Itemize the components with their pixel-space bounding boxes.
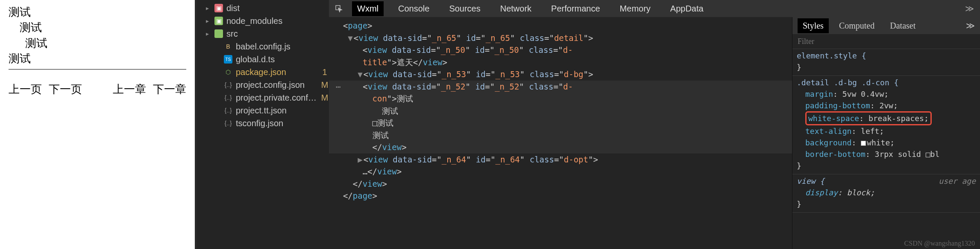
wxml-tree[interactable]: <page> ▼<view data-sid="_n_65" id="_n_65… <box>329 17 792 249</box>
devtools-tab-memory[interactable]: Memory <box>615 1 656 16</box>
file-tree-item[interactable]: TSglobal.d.ts <box>197 53 329 66</box>
file-tree-item[interactable]: {..}project.config.jsonM <box>197 78 329 91</box>
watermark: CSDN @wangshang1320 <box>904 240 975 247</box>
style-rule-main[interactable]: .detail .d-bg .d-con {margin: 5vw 0.4vw;… <box>792 76 980 174</box>
devtools-tab-performance[interactable]: Performance <box>546 1 605 16</box>
devtools-tab-console[interactable]: Console <box>393 1 434 16</box>
file-tree-item[interactable]: ▸src <box>197 27 329 40</box>
file-tree-item[interactable]: {..}tsconfig.json <box>197 117 329 130</box>
styles-tab-dataset[interactable]: Dataset <box>885 18 921 33</box>
file-label: babel.config.js <box>236 42 317 52</box>
file-label: global.d.ts <box>236 55 317 64</box>
file-label: dist <box>226 3 317 13</box>
node-icon: ▣ <box>214 17 223 25</box>
file-label: project.tt.json <box>236 106 317 116</box>
preview-nav: 上一页 下一页 上一章 下一章 <box>9 81 186 97</box>
more-tabs-icon[interactable]: ≫ <box>966 20 975 31</box>
preview-line: 测试 <box>9 51 186 66</box>
json-icon: {..} <box>224 119 232 127</box>
file-explorer[interactable]: ▸▣dist▸▣node_modules▸srcBbabel.config.js… <box>197 0 329 249</box>
rule-brace: } <box>797 61 976 73</box>
styles-sidebar: StylesComputedDataset≫ element.style { }… <box>792 17 980 249</box>
file-label: project.private.config... <box>236 93 317 103</box>
file-status: M <box>320 80 329 90</box>
preview-line: 测试 <box>9 20 186 35</box>
file-status: 1 <box>320 67 329 77</box>
babel-icon: B <box>224 42 232 51</box>
preview-text: 测试 测试 测试 测试 上一页 下一页 上一章 下一章 <box>9 4 186 245</box>
element-picker-icon[interactable] <box>335 5 343 12</box>
file-label: package.json <box>236 67 317 77</box>
styles-tab-computed[interactable]: Computed <box>834 18 880 33</box>
file-tree-item[interactable]: {..}project.private.config...M <box>197 91 329 104</box>
file-tree-item[interactable]: ⬡package.json1 <box>197 66 329 78</box>
file-tree-item[interactable]: {..}project.tt.json <box>197 104 329 117</box>
ts-icon: TS <box>224 55 232 64</box>
devtools-panel: WxmlConsoleSourcesNetworkPerformanceMemo… <box>329 0 980 249</box>
src-icon <box>214 29 223 38</box>
file-label: tsconfig.json <box>236 119 317 128</box>
devtools-tab-network[interactable]: Network <box>495 1 537 16</box>
devtools-tab-appdata[interactable]: AppData <box>665 1 709 16</box>
css-selector: element.style { <box>797 51 866 60</box>
file-label: src <box>226 29 317 39</box>
divider <box>9 69 186 69</box>
json-icon: {..} <box>224 93 232 102</box>
styles-tabs: StylesComputedDataset≫ <box>792 17 980 34</box>
json-icon: {..} <box>224 81 232 89</box>
next-chapter-button[interactable]: 下一章 <box>153 81 186 97</box>
devtools-tabs: WxmlConsoleSourcesNetworkPerformanceMemo… <box>329 0 980 17</box>
prev-page-button[interactable]: 上一页 <box>9 81 42 97</box>
chevron-right-icon: ▸ <box>206 17 211 24</box>
style-rule-ua[interactable]: view {user agedisplay: block;} <box>792 174 980 213</box>
preview-line: 测试 <box>9 35 186 51</box>
file-status: M <box>320 93 329 103</box>
filter-input[interactable] <box>798 37 975 46</box>
chevron-right-icon: ▸ <box>206 5 211 12</box>
styles-filter <box>792 34 980 49</box>
chevron-right-icon: ▸ <box>206 30 211 37</box>
json-icon: {..} <box>224 106 232 115</box>
next-page-button[interactable]: 下一页 <box>49 81 82 97</box>
devtools-tab-sources[interactable]: Sources <box>444 1 485 16</box>
app-preview: 测试 测试 测试 测试 上一页 下一页 上一章 下一章 <box>0 0 197 249</box>
file-tree-item[interactable]: ▸▣node_modules <box>197 14 329 27</box>
file-label: project.config.json <box>236 80 317 90</box>
prev-chapter-button[interactable]: 上一章 <box>113 81 146 97</box>
file-tree-item[interactable]: ▸▣dist <box>197 2 329 14</box>
devtools-tab-wxml[interactable]: Wxml <box>352 1 384 16</box>
preview-line: 测试 <box>9 4 186 20</box>
file-label: node_modules <box>226 16 317 26</box>
dist-icon: ▣ <box>214 4 223 12</box>
style-rule-element[interactable]: element.style { } <box>792 49 980 76</box>
styles-tab-styles[interactable]: Styles <box>798 18 829 33</box>
npm-icon: ⬡ <box>224 68 232 76</box>
file-tree-item[interactable]: Bbabel.config.js <box>197 40 329 53</box>
more-tabs-icon[interactable]: ≫ <box>965 3 974 14</box>
